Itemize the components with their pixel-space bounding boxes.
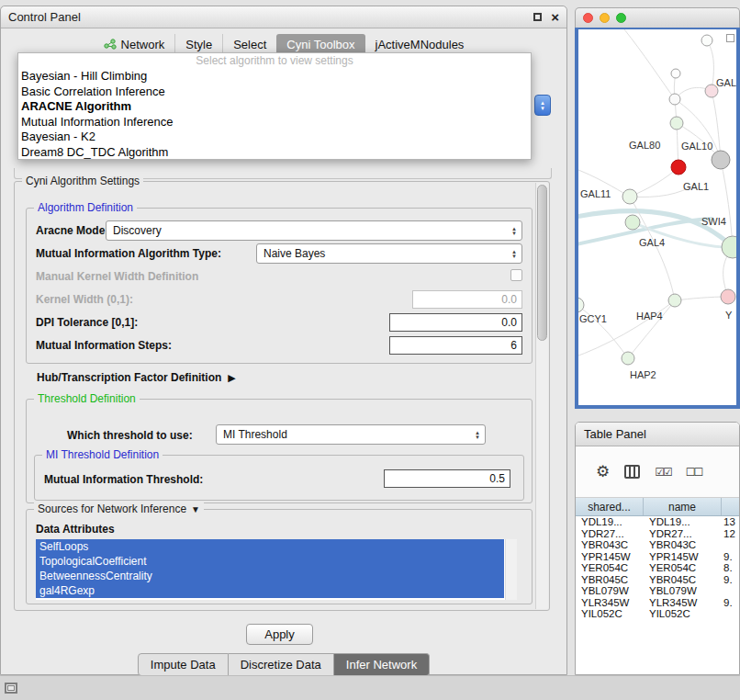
mi-type-label: Mutual Information Algorithm Type:	[36, 247, 221, 260]
mi-type-combo[interactable]: Naive Bayes ▴▾	[256, 243, 522, 264]
table-cell: YBL079W	[576, 585, 644, 597]
zoom-traffic-light[interactable]	[616, 13, 626, 23]
tab-discretize-data[interactable]: Discretize Data	[229, 653, 334, 676]
restore-icon[interactable]	[533, 13, 542, 21]
dropdown-item[interactable]: Dream8 DC_TDC Algorithm	[18, 145, 531, 161]
table-row[interactable]: YLR345WYLR345W9.	[576, 597, 739, 609]
table-row[interactable]: YDR27...YDR27...12	[576, 528, 739, 540]
network-node-label: HAP2	[630, 369, 656, 380]
select-all-icon[interactable]: ☑☑	[655, 466, 671, 479]
network-node-label: GAL80	[629, 140, 660, 151]
mi-type-value: Naive Bayes	[263, 247, 325, 260]
sources-group: Sources for Network Inference▼ Data Attr…	[26, 509, 533, 604]
aracne-mode-combo[interactable]: Discovery ▴▾	[106, 220, 522, 241]
settings-scrollbar[interactable]	[535, 183, 548, 609]
table-row[interactable]: YBR045CYBR045C9.	[576, 574, 739, 586]
network-overview-box[interactable]	[726, 34, 734, 42]
dropdown-item-selected[interactable]: ARACNE Algorithm	[18, 99, 531, 115]
table-cell: YIL052C	[576, 608, 644, 620]
table-panel-window: Table Panel ⚙ ☑☑ ☐☐ shared... name YDL19…	[575, 422, 740, 675]
attribute-item-selected[interactable]: gal4RGexp	[36, 583, 504, 598]
network-window-titlebar[interactable]	[575, 7, 740, 28]
table-cell: YDR27...	[644, 528, 722, 540]
mi-threshold-field[interactable]: 0.5	[384, 469, 510, 488]
gear-icon[interactable]: ⚙	[596, 462, 610, 481]
dpi-tolerance-label: DPI Tolerance [0,1]:	[36, 316, 138, 329]
network-edge[interactable]	[707, 40, 713, 91]
table-row[interactable]: YER054CYER054C8.	[576, 562, 739, 574]
network-node[interactable]	[712, 151, 730, 169]
table-cell: YDR27...	[576, 528, 644, 540]
settings-group-title: Cyni Algorithm Settings	[22, 175, 143, 187]
desktop: Control Panel × Network Style Select Cyn…	[0, 0, 740, 700]
column-header-shared-name[interactable]: shared...	[576, 498, 644, 515]
dropdown-item[interactable]: Bayesian - K2	[18, 130, 531, 145]
close-icon[interactable]: ×	[551, 10, 559, 24]
table-row[interactable]: YBR043CYBR043C	[576, 539, 739, 551]
network-node[interactable]	[622, 352, 634, 365]
column-header-extra[interactable]	[722, 498, 739, 515]
network-edge[interactable]	[675, 297, 728, 300]
network-node-label: Y	[725, 310, 733, 321]
dpi-tolerance-field[interactable]: 0.0	[389, 313, 522, 332]
dropdown-item[interactable]: Mutual Information Inference	[18, 115, 531, 130]
network-node[interactable]	[721, 289, 735, 304]
network-edge[interactable]	[630, 167, 678, 197]
attribute-item-selected[interactable]: SelfLoops	[36, 539, 504, 554]
table-cell	[722, 585, 739, 597]
network-edge[interactable]	[624, 29, 675, 99]
minimize-traffic-light[interactable]	[600, 13, 610, 23]
network-canvas[interactable]: GALGAL80GAL10GAL11GAL1SWI4GAL4GCY1HAP4YH…	[575, 28, 740, 409]
network-edge[interactable]	[628, 300, 675, 358]
tab-infer-network[interactable]: Infer Network	[334, 653, 430, 676]
table-panel-titlebar[interactable]: Table Panel	[576, 423, 739, 446]
kernel-width-field[interactable]: 0.0	[412, 290, 522, 309]
which-threshold-combo[interactable]: MI Threshold ▴▾	[216, 424, 486, 445]
network-edge[interactable]	[721, 160, 733, 247]
table-row[interactable]: YBL079WYBL079W	[576, 585, 739, 597]
network-node[interactable]	[622, 189, 637, 204]
network-node-label: GCY1	[579, 313, 607, 324]
column-header-name[interactable]: name	[644, 498, 722, 515]
sources-group-title[interactable]: Sources for Network Inference▼	[34, 502, 204, 515]
dropdown-item[interactable]: Basic Correlation Inference	[18, 85, 531, 100]
mi-threshold-definition-title: MI Threshold Definition	[42, 448, 163, 461]
deselect-all-icon[interactable]: ☐☐	[686, 466, 702, 479]
attributes-scrollbar[interactable]	[505, 539, 517, 600]
mi-steps-field[interactable]: 6	[389, 336, 522, 355]
tab-network-label: Network	[121, 38, 165, 51]
data-attributes-list: SelfLoops TopologicalCoefficient Between…	[36, 539, 517, 600]
manual-kernel-checkbox[interactable]	[510, 269, 522, 281]
control-panel-titlebar[interactable]: Control Panel ×	[1, 6, 566, 28]
network-node[interactable]	[671, 69, 680, 78]
network-node[interactable]	[625, 215, 640, 230]
apply-button[interactable]: Apply	[246, 624, 313, 645]
network-node[interactable]	[670, 117, 683, 130]
network-node[interactable]	[701, 35, 712, 46]
close-traffic-light[interactable]	[583, 13, 593, 23]
status-strip	[0, 675, 740, 700]
table-cell: YBR043C	[644, 539, 722, 551]
combo-arrows-icon: ▴▾	[507, 244, 521, 263]
settings-scrollbar-thumb[interactable]	[537, 185, 547, 341]
mi-threshold-label: Mutual Information Threshold:	[44, 473, 203, 486]
columns-icon[interactable]	[624, 465, 640, 479]
float-window-icon[interactable]	[5, 683, 17, 694]
algorithm-combo-button[interactable]: ▴ ▾	[534, 95, 551, 116]
network-edge[interactable]	[712, 91, 721, 160]
table-cell	[722, 608, 739, 620]
dropdown-item[interactable]: Bayesian - Hill Climbing	[18, 69, 531, 85]
table-row[interactable]: YPR145WYPR145W9.	[576, 551, 739, 563]
network-node[interactable]	[669, 94, 680, 105]
network-node[interactable]	[668, 294, 681, 307]
table-cell: 13	[722, 516, 739, 528]
network-edge[interactable]	[578, 300, 675, 358]
attribute-item-selected[interactable]: TopologicalCoefficient	[36, 554, 504, 569]
table-row[interactable]: YIL052CYIL052C	[576, 608, 739, 620]
network-node[interactable]	[671, 160, 686, 175]
table-row[interactable]: YDL19...YDL19...13	[576, 516, 739, 528]
hub-definition-expander[interactable]: Hub/Transcription Factor Definition ▶	[37, 371, 236, 384]
attribute-item-selected[interactable]: BetweennessCentrality	[36, 569, 504, 583]
tab-impute-data[interactable]: Impute Data	[138, 653, 229, 676]
manual-kernel-label: Manual Kernel Width Definition	[36, 270, 198, 283]
